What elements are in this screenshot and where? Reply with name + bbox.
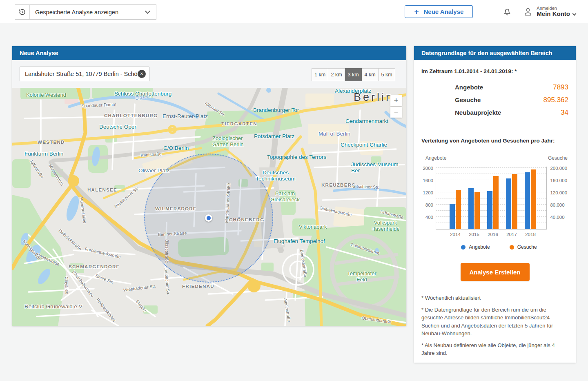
map-label-park-lg: Volkspark Hasenheide [371,220,399,232]
stat-row: Angebote7893 [421,81,568,94]
stats-block: Angebote7893Gesuche895.362Neubauprojekte… [421,81,568,119]
map-label-place[interactable]: Olivaer Platz [138,167,170,174]
map-label-poi[interactable]: Schloss Charlottenburg [114,91,172,97]
map-label-park-lg: Viktoriapark [299,224,327,230]
plus-icon: + [414,7,419,16]
map-label-street: Rheinbabenallee [71,270,95,298]
account-label: Mein Konto [537,11,570,18]
left-axis-title: Angebote [425,155,446,161]
map-label-street: Blissestraße [165,239,169,263]
map-label-street: Spandauer Damm [81,102,116,108]
map-panel-title: Neue Analyse [12,46,406,60]
map-label-street: Berliner Straße [158,230,187,237]
radius-option-3km[interactable]: 3 km [345,68,362,81]
map-label-poi[interactable]: Brandenburger Tor [253,107,299,113]
chart-title: Verteilung von Angeboten und Gesuchen pr… [421,138,568,144]
map-label-street: Alboinstraße [283,298,292,322]
map-label-street: Paulsborner Str. [113,185,140,209]
map-label-street: Kantstraße [140,151,162,158]
period-line: Im Zeitraum 1.01.2014 - 24.01.2019: * [421,68,568,74]
radius-option-4km[interactable]: 4 km [362,68,379,81]
address-marker[interactable] [205,214,212,222]
y-axis-right: 40.00080.000120.000160.000200.000 [547,167,568,229]
map-label-poi[interactable]: C/O Berlin [163,145,189,151]
stat-value: 895.362 [526,96,568,104]
map-label-street: Boelckestraße [299,250,308,277]
map-label-district: HALENSEE [87,187,117,192]
map-label-poi-blue[interactable]: Mall of Berlin [318,131,350,137]
map-zoom-out-button[interactable]: − [390,107,402,118]
map-label-poi[interactable]: Funkturm Berlin [24,151,63,157]
map-label-district: WILMERSDORF [155,206,196,211]
new-analysis-label: Neue Analyse [424,8,464,15]
stat-label: Neubauprojekte [455,109,526,116]
map-label-poi[interactable]: Potsdamer Platz [254,133,294,139]
map-label-place[interactable]: Ernst-Reuter-Platz [163,113,208,119]
right-axis-title: Gesuche [548,155,568,161]
radius-selector: 1 km2 km3 km4 km5 km [312,68,395,81]
footnotes: * Wöchentlich aktualisiert* Die Datengru… [421,294,568,357]
map-label-street: Gneisenaustraße [319,205,352,217]
map-label-district: KREUZBERG [321,183,356,187]
create-analysis-button[interactable]: Analyse Erstellen [461,263,530,281]
map-label-poi[interactable]: Flughafen Tempelhof [274,238,325,244]
search-strip: Landshuter Straße 51, 10779 Berlin - Sch… [12,60,406,88]
radius-option-5km[interactable]: 5 km [379,68,395,81]
radius-option-1km[interactable]: 1 km [312,68,328,81]
map-label-street: Delbrückstraße [58,228,83,252]
bar-gesuche-2014 [456,190,461,229]
map-label-poi[interactable]: Checkpoint Charlie [341,142,387,148]
footnote: * Wöchentlich aktualisiert [421,294,568,302]
map-label-street: Clayallee [64,276,70,294]
stat-value: 34 [526,109,568,117]
map-label-street: Hagenstraße [36,252,60,267]
bar-angebote-2014 [450,204,455,229]
map-label-poi[interactable]: Jüdisches Museum Ber [351,161,406,174]
notifications-bell-icon[interactable] [502,7,512,17]
chart-legend: AngeboteGesuche [430,244,568,250]
data-panel-title: Datengrundlage für den ausgewählten Bere… [414,46,576,60]
map-label-street: Messedamm [48,163,65,186]
account-menu[interactable]: Anmelden Mein Konto [523,6,576,18]
map-label-gray-poi[interactable]: Reitclub Grunewald e.V [24,303,82,310]
map-label-park-lg: Kolonie Westend [26,92,66,98]
map-label-park-lg: Park am Gleisdreieck [270,190,300,203]
map-label-street: Hubertusallee [79,197,88,224]
plot-area [436,167,547,229]
map[interactable]: BerlinCHARLOTTENBURGWESTENDTIERGARTENHAL… [12,88,406,326]
chevron-down-icon [572,12,577,16]
map-panel: Neue Analyse Landshuter Straße 51, 10779… [12,46,406,326]
distribution-chart: Angebote Gesuche 400800120016002000 40.0… [421,155,568,250]
map-label-poi[interactable]: Gendarmenmarkt [345,118,388,124]
new-analysis-button[interactable]: + Neue Analyse [405,5,473,18]
map-zoom-controls: + − [390,95,402,119]
map-label-street: Jaffestraße [29,158,45,179]
map-zoom-in-button[interactable]: + [390,95,402,106]
map-label-poi[interactable]: Alexanderplatz [335,88,371,94]
legend-item: Gesuche [510,244,537,250]
data-panel: Datengrundlage für den ausgewählten Bere… [414,46,576,363]
map-label-street: Columbiadamm [350,242,380,256]
map-label-street: Gitschiner Str. [352,184,379,189]
bar-angebote-2017 [506,178,511,229]
map-label-street: Steglitz [135,299,148,313]
y-axis-left: 400800120016002000 [421,167,436,229]
map-label-district: WESTEND [38,140,65,145]
map-label-park-lg: Tempelhofer Feld [347,270,376,283]
stat-label: Gesuche [455,96,526,103]
stat-row: Gesuche895.362 [421,94,568,106]
saved-analysis-dropdown[interactable]: Gespeicherte Analyse anzeigen [15,4,156,20]
map-label-street: Forckenbeckstraße [85,246,121,259]
address-search-input[interactable]: Landshuter Straße 51, 10779 Berlin - Sch… [20,67,149,81]
map-label-street: Podbielskiallee [96,297,117,323]
radius-option-2km[interactable]: 2 km [328,68,345,81]
map-label-district: CHARLOTTENBURG [104,113,158,118]
map-label-poi[interactable]: Topographie des Terrors [267,154,326,160]
map-label-poi[interactable]: Deutsches Technikmuseum [256,169,296,182]
bar-angebote-2016 [487,191,492,229]
map-label-district: SCHÖNEBERG [225,217,264,222]
stat-value: 7893 [526,83,568,91]
clear-search-button[interactable]: ✕ [138,70,146,78]
map-label-poi[interactable]: Deutsche Oper [99,124,136,130]
bar-gesuche-2017 [512,174,517,229]
